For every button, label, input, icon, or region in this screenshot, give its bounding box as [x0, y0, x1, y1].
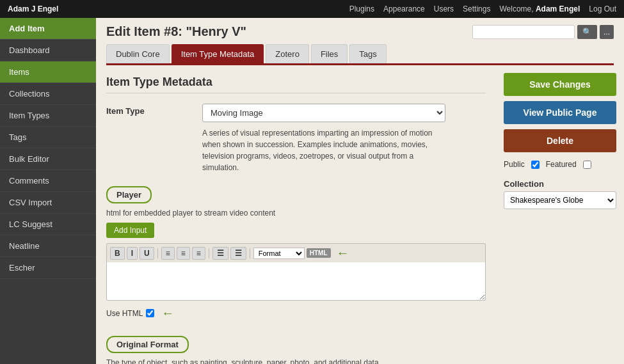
content-area: Item Type Metadata Item Type Moving Imag…: [96, 65, 624, 364]
sidebar-item-collections[interactable]: Collections: [0, 83, 96, 105]
form-section: Item Type Metadata Item Type Moving Imag…: [96, 65, 496, 364]
rte-align-left-button[interactable]: ≡: [161, 247, 175, 260]
featured-label: Featured: [546, 160, 577, 169]
sidebar-item-add-item[interactable]: Add Item: [0, 18, 96, 40]
tabs: Dublin Core Item Type Metadata Zotero Fi…: [106, 44, 614, 65]
item-type-select[interactable]: Moving Image: [202, 104, 445, 122]
original-format-field-group: Original Format The type of object, such…: [106, 336, 486, 364]
rte-align-right-button[interactable]: ≡: [192, 247, 205, 260]
sidebar-item-lc-suggest[interactable]: LC Suggest: [0, 214, 96, 235]
search-button[interactable]: 🔍: [577, 25, 597, 39]
search-bar: 🔍 ...: [472, 25, 614, 39]
topbar-welcome: Welcome, Adam Engel: [499, 4, 580, 13]
tab-dublin-core[interactable]: Dublin Core: [106, 44, 170, 63]
player-description: html for embedded player to stream video…: [106, 209, 486, 218]
topbar-username: Adam J Engel: [8, 4, 58, 13]
sidebar-item-neatline[interactable]: Neatline: [0, 235, 96, 257]
sidebar-item-escher[interactable]: Escher: [0, 257, 96, 279]
tab-zotero[interactable]: Zotero: [266, 44, 309, 63]
item-type-label: Item Type: [106, 104, 202, 116]
nav-settings[interactable]: Settings: [463, 4, 490, 13]
rte-separator-1: [157, 248, 158, 258]
right-sidebar: Save Changes View Public Page Delete Pub…: [496, 65, 624, 364]
player-textarea[interactable]: [106, 262, 486, 301]
tab-item-type-metadata[interactable]: Item Type Metadata: [172, 44, 264, 63]
sidebar: Add Item Dashboard Items Collections Ite…: [0, 18, 96, 364]
player-field-group: Player html for embedded player to strea…: [106, 186, 486, 320]
topbar-nav: Plugins Appearance Users Settings Welcom…: [349, 4, 616, 13]
rte-underline-button[interactable]: U: [140, 247, 154, 260]
sidebar-item-bulk-editor[interactable]: Bulk Editor: [0, 148, 96, 170]
delete-button[interactable]: Delete: [504, 129, 616, 152]
section-title: Item Type Metadata: [106, 75, 486, 93]
rte-toolbar: B I U ≡ ≡ ≡ ☰ ☰ Format Paragraph: [106, 243, 486, 262]
sidebar-item-items[interactable]: Items: [0, 61, 96, 83]
sidebar-item-dashboard[interactable]: Dashboard: [0, 40, 96, 61]
player-use-html-arrow: ←: [161, 306, 174, 320]
layout: Add Item Dashboard Items Collections Ite…: [0, 18, 624, 364]
rte-align-center-button[interactable]: ≡: [177, 247, 190, 260]
collection-heading: Collection: [504, 179, 616, 189]
page-title: Edit Item #8: "Henry V": [106, 24, 246, 39]
rte-html-button[interactable]: HTML: [307, 248, 331, 258]
rte-format-select[interactable]: Format Paragraph Heading 1 Heading 2: [253, 248, 305, 259]
main-content: Edit Item #8: "Henry V" 🔍 ... Dublin Cor…: [96, 18, 624, 364]
original-format-label: Original Format: [106, 336, 189, 353]
nav-users[interactable]: Users: [434, 4, 454, 13]
save-changes-button[interactable]: Save Changes: [504, 73, 616, 96]
search-options-button[interactable]: ...: [600, 25, 614, 39]
rte-separator-3: [250, 248, 250, 258]
public-featured-row: Public Featured: [504, 160, 616, 169]
nav-plugins[interactable]: Plugins: [349, 4, 374, 13]
item-type-field: Moving Image A series of visual represen…: [202, 104, 486, 173]
topbar: Adam J Engel Plugins Appearance Users Se…: [0, 0, 624, 18]
item-type-row: Item Type Moving Image A series of visua…: [106, 104, 486, 173]
item-type-description: A series of visual representations impar…: [202, 127, 445, 173]
player-add-input-button[interactable]: Add Input: [106, 223, 154, 238]
sidebar-item-tags[interactable]: Tags: [0, 127, 96, 148]
page-header: Edit Item #8: "Henry V" 🔍 ...: [96, 18, 624, 39]
collection-section: Collection Shakespeare's Globe None: [504, 174, 616, 209]
view-public-page-button[interactable]: View Public Page: [504, 101, 616, 124]
sidebar-item-item-types[interactable]: Item Types: [0, 105, 96, 127]
collection-select[interactable]: Shakespeare's Globe None: [504, 191, 616, 209]
tab-files[interactable]: Files: [311, 44, 348, 63]
rte-bold-button[interactable]: B: [110, 247, 125, 260]
player-use-html-label: Use HTML: [106, 309, 143, 318]
public-checkbox[interactable]: [531, 161, 540, 169]
sidebar-item-comments[interactable]: Comments: [0, 170, 96, 192]
rte-italic-button[interactable]: I: [127, 247, 138, 260]
rte-list-ol-button[interactable]: ☰: [230, 247, 246, 260]
search-input[interactable]: [472, 25, 575, 39]
player-use-html-checkbox[interactable]: [146, 309, 154, 317]
original-format-description: The type of object, such as painting, sc…: [106, 358, 486, 364]
rte-list-ul-button[interactable]: ☰: [212, 247, 228, 260]
nav-logout[interactable]: Log Out: [589, 4, 616, 13]
sidebar-item-csv-import[interactable]: CSV Import: [0, 192, 96, 214]
public-label: Public: [504, 160, 525, 169]
tab-tags[interactable]: Tags: [349, 44, 386, 63]
featured-checkbox[interactable]: [583, 161, 591, 169]
nav-appearance[interactable]: Appearance: [383, 4, 425, 13]
rte-separator-2: [209, 248, 209, 258]
rte-html-arrow-indicator: ←: [337, 246, 349, 260]
player-label: Player: [106, 186, 152, 203]
player-use-html-row: Use HTML ←: [106, 306, 486, 320]
